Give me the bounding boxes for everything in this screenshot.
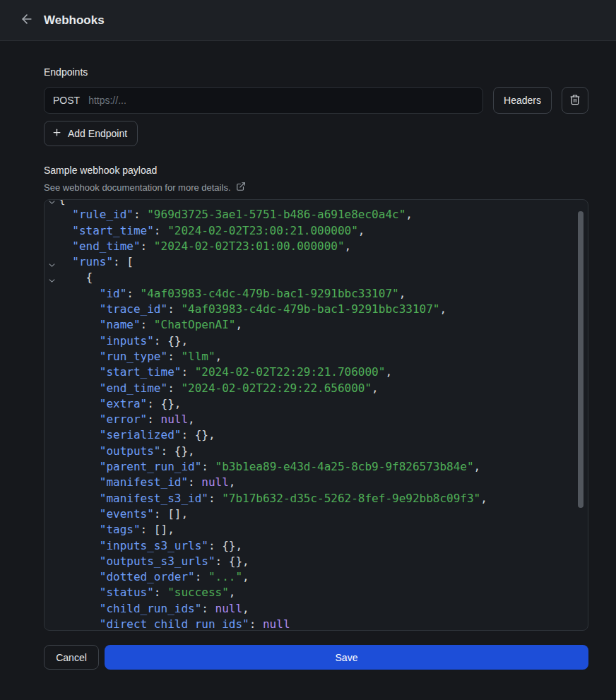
code-line: "direct_child_run_ids": null [45,617,588,631]
delete-endpoint-button[interactable] [562,87,588,114]
footer-actions: Cancel Save [44,645,588,670]
fold-caret-icon[interactable] [48,273,56,281]
code-line: "serialized": {}, [45,427,588,443]
code-line: "outputs_s3_urls": {}, [45,554,588,569]
code-line: "parent_run_id": "b3b1ea89-e43d-4a25-8cb… [45,459,588,475]
top-bar: Webhooks [0,0,616,41]
code-line: "start_time": "2024-02-02T23:00:21.00000… [45,223,588,239]
code-line: "child_run_ids": null, [45,601,588,617]
external-link-icon [236,182,246,194]
scrollbar-thumb[interactable] [578,211,584,508]
arrow-left-icon [20,12,34,28]
cancel-button[interactable]: Cancel [44,645,99,670]
code-line: { [45,199,588,207]
code-line: "name": "ChatOpenAI", [45,317,588,333]
plus-icon [52,127,62,140]
http-method-label: POST [53,95,80,106]
endpoints-label: Endpoints [44,66,588,78]
code-line: "inputs_s3_urls": {}, [45,538,588,554]
code-line: { [45,270,588,285]
code-line: "dotted_order": "...", [45,569,588,585]
code-line: "rule_id": "969d3725-3ae1-5751-b486-a691… [45,207,588,223]
fold-caret-icon[interactable] [48,258,56,266]
endpoint-url-input[interactable] [88,95,474,106]
code-content: { "rule_id": "969d3725-3ae1-5751-b486-a6… [45,199,588,631]
trash-icon [569,94,581,107]
endpoint-url-field[interactable]: POST [44,87,483,114]
fold-caret-icon[interactable] [48,199,56,203]
code-line: "end_time": "2024-02-02T23:01:00.000000"… [45,239,588,254]
doc-link-text: See webhook documentation for more detai… [44,182,231,193]
code-line: "run_type": "llm", [45,349,588,364]
headers-button[interactable]: Headers [493,87,552,114]
add-endpoint-label: Add Endpoint [68,128,127,139]
add-endpoint-button[interactable]: Add Endpoint [44,121,138,146]
payload-label: Sample webhook payload [44,165,588,176]
code-line: "status": "success", [45,585,588,600]
main-content: Endpoints POST Headers Add Endpoint Samp… [0,66,616,670]
code-line: "manifest_id": null, [45,475,588,490]
code-line: "manifest_s3_id": "7b17b632-d35c-5262-8f… [45,491,588,506]
save-button[interactable]: Save [105,645,588,670]
code-line: "inputs": {}, [45,333,588,349]
webhook-doc-link[interactable]: See webhook documentation for more detai… [44,182,246,194]
code-line: "trace_id": "4af03983-c4dc-479b-bac1-929… [45,302,588,317]
endpoint-row: POST Headers [44,87,588,114]
payload-code-editor[interactable]: { "rule_id": "969d3725-3ae1-5751-b486-a6… [44,199,588,631]
code-line: "tags": [], [45,522,588,538]
code-line: "end_time": "2024-02-02T22:29:22.656000"… [45,381,588,396]
code-line: "error": null, [45,412,588,427]
code-line: "start_time": "2024-02-02T22:29:21.70600… [45,364,588,380]
code-line: "runs": [ [45,254,588,270]
code-line: "events": [], [45,506,588,522]
back-button[interactable] [17,11,37,30]
code-line: "outputs": {}, [45,444,588,459]
code-line: "id": "4af03983-c4dc-479b-bac1-9291bbc33… [45,286,588,302]
code-line: "extra": {}, [45,396,588,412]
page-title: Webhooks [44,13,105,28]
